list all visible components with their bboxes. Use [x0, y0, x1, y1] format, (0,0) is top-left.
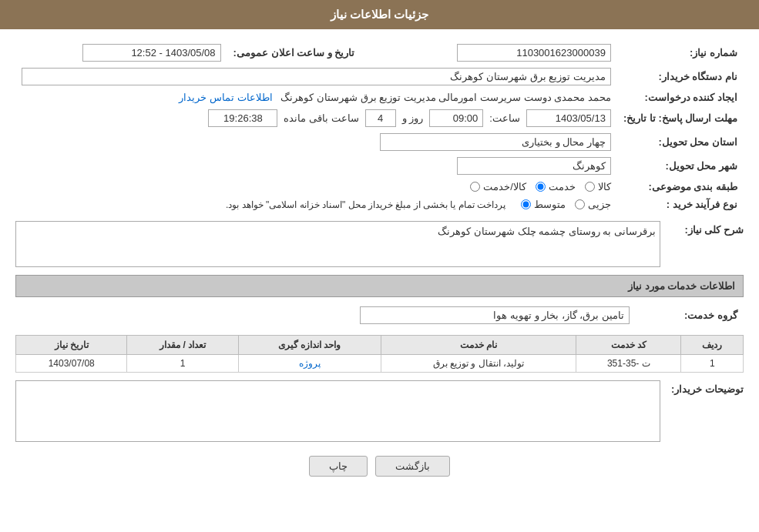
delivery-city-box: کوهرنگ: [457, 157, 611, 175]
category-option-khedmat[interactable]: خدمت: [536, 181, 576, 192]
deadline-remaining-label: ساعت باقی مانده: [284, 112, 358, 124]
table-row: 1 ت -35-351 تولید، انتقال و توزیع برق پر…: [16, 355, 744, 373]
deadline-time-box: 09:00: [429, 109, 483, 127]
col-date: تاریخ نیاز: [16, 336, 127, 355]
process-type-label: نوع فرآیند خرید :: [617, 196, 744, 213]
delivery-city-label: شهر محل تحویل:: [617, 154, 744, 178]
category-kala-khedmat-label: کالا/خدمت: [483, 181, 526, 192]
category-option-kala[interactable]: کالا: [585, 181, 611, 192]
buyer-name-box: مدیریت توزیع برق شهرستان کوهرنگ: [22, 68, 611, 85]
buyer-name-label: نام دستگاه خریدار:: [617, 65, 744, 89]
process-type-radio-group: جزیی متوسط: [521, 199, 611, 210]
deadline-remaining-box: 19:26:38: [208, 109, 277, 127]
buyer-description-textarea[interactable]: [15, 380, 660, 442]
cell-service-name: تولید، انتقال و توزیع برق: [381, 355, 576, 373]
category-kala-label: کالا: [598, 181, 611, 192]
deadline-time-label: ساعت:: [489, 112, 520, 124]
deadline-days-box: 4: [365, 109, 396, 127]
deadline-days-label: روز و: [402, 112, 424, 124]
category-khedmat-label: خدمت: [549, 181, 576, 192]
buyer-description-row: توضیحات خریدار:: [15, 380, 744, 444]
cell-unit: پروژه: [238, 355, 381, 373]
need-description-label: شرح کلی نیاز:: [667, 221, 744, 236]
cell-date: 1403/07/08: [16, 355, 127, 373]
request-number-box: 1103001623000039: [457, 44, 611, 62]
need-description-box: برقرسانی به روستای چشمه چلک شهرستان کوهر…: [15, 221, 660, 267]
creator-value: محمد محمدی دوست سریرست امورمالی مدیریت ت…: [280, 92, 611, 103]
page-wrapper: جزئیات اطلاعات نیاز شماره نیاز: 11030016…: [0, 0, 759, 532]
col-service-code: کد خدمت: [576, 336, 681, 355]
contact-info-link[interactable]: اطلاعات تماس خریدار: [179, 92, 272, 103]
col-quantity: تعداد / مقدار: [127, 336, 238, 355]
service-group-box: تامین برق، گاز، بخار و تهویه هوا: [360, 306, 630, 324]
category-option-kala-khedmat[interactable]: کالا/خدمت: [470, 181, 526, 192]
announcement-date-box: 1403/05/08 - 12:52: [82, 44, 221, 62]
cell-row-num: 1: [681, 355, 744, 373]
print-button[interactable]: چاپ: [309, 456, 368, 477]
services-section-header: اطلاعات خدمات مورد نیاز: [15, 275, 744, 297]
delivery-province-box: چهار محال و بختیاری: [380, 133, 611, 151]
deadline-date-box: 1403/05/13: [526, 109, 611, 127]
service-group-table: گروه خدمت: تامین برق، گاز، بخار و تهویه …: [15, 303, 744, 327]
creator-label: ایجاد کننده درخواست:: [617, 89, 744, 106]
col-unit: واحد اندازه گیری: [238, 336, 381, 355]
service-group-label: گروه خدمت:: [636, 303, 744, 327]
process-type-jozii[interactable]: جزیی: [575, 199, 611, 210]
col-row-num: ردیف: [681, 336, 744, 355]
main-content: شماره نیاز: 1103001623000039 تاریخ و ساع…: [0, 29, 759, 500]
page-header: جزئیات اطلاعات نیاز: [0, 0, 759, 29]
category-radio-group: کالا خدمت کالا/خدمت: [22, 181, 611, 192]
need-description-row: شرح کلی نیاز: برقرسانی به روستای چشمه چل…: [15, 221, 744, 267]
send-deadline-label: مهلت ارسال پاسخ: تا تاریخ:: [617, 106, 744, 130]
cell-service-code: ت -35-351: [576, 355, 681, 373]
col-service-name: نام خدمت: [381, 336, 576, 355]
process-type-motavaset[interactable]: متوسط: [521, 199, 566, 210]
process-motavaset-label: متوسط: [534, 199, 566, 210]
delivery-province-label: استان محل تحویل:: [617, 130, 744, 154]
basic-info-table: شماره نیاز: 1103001623000039 تاریخ و ساع…: [15, 41, 744, 213]
announcement-date-value: 1403/05/08 - 12:52: [15, 41, 227, 65]
need-description-value: برقرسانی به روستای چشمه چلک شهرستان کوهر…: [438, 226, 656, 237]
category-label: طبقه بندی موضوعی:: [617, 178, 744, 196]
back-button[interactable]: بازگشت: [375, 456, 450, 477]
announcement-date-label: تاریخ و ساعت اعلان عمومی:: [227, 41, 361, 65]
request-number-label: شماره نیاز:: [617, 41, 744, 65]
buyer-description-label: توضیحات خریدار:: [667, 380, 744, 395]
request-number-value: 1103001623000039: [384, 41, 617, 65]
buttons-row: بازگشت چاپ: [15, 456, 744, 488]
process-note: پرداخت تمام یا بخشی از مبلغ خریداز محل "…: [226, 199, 505, 210]
services-table: ردیف کد خدمت نام خدمت واحد اندازه گیری ت…: [15, 335, 744, 373]
page-title: جزئیات اطلاعات نیاز: [331, 8, 428, 21]
cell-quantity: 1: [127, 355, 238, 373]
process-jozii-label: جزیی: [588, 199, 611, 210]
